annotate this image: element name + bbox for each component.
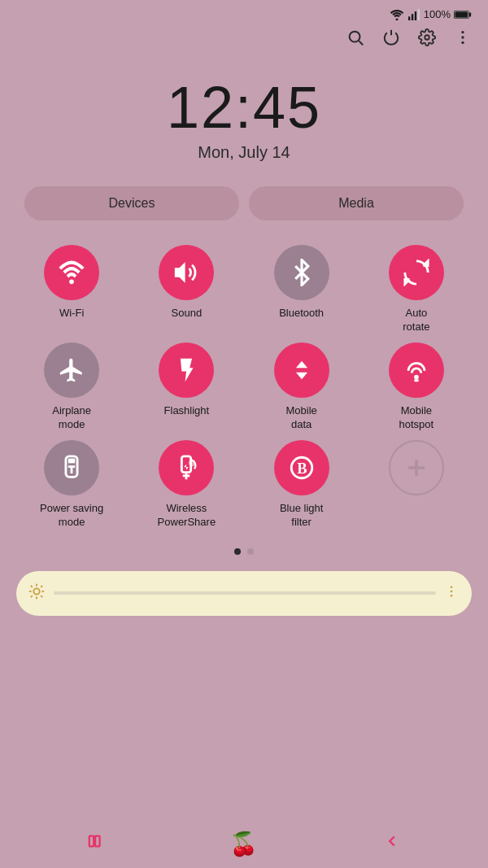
brightness-icon [28,582,46,604]
power-icon[interactable] [382,28,400,51]
signal-icon [407,9,420,20]
add-tile-button[interactable] [361,440,472,530]
bluetooth-icon [274,245,329,300]
svg-line-34 [41,595,42,597]
mobiledata-label: Mobiledata [285,404,316,432]
svg-rect-1 [408,16,410,20]
svg-point-10 [350,32,360,42]
autorotate-icon [389,245,444,300]
svg-rect-2 [412,14,413,20]
svg-text:B: B [297,460,307,477]
wifi-status-icon [390,9,404,20]
clock-date: Mon, July 14 [198,143,290,162]
autorotate-label: Autorotate [403,307,429,334]
svg-line-35 [31,595,33,597]
svg-point-14 [461,36,464,38]
media-tab[interactable]: Media [249,186,464,220]
wifi-toggle[interactable]: Wi-Fi [16,245,127,334]
quick-settings-grid: Wi-Fi Sound Bluetooth [0,237,488,541]
more-icon[interactable] [454,28,472,51]
svg-point-13 [461,31,464,33]
bluelight-icon: B [274,440,329,495]
svg-line-36 [41,585,42,587]
svg-rect-19 [414,379,419,382]
brightness-track[interactable] [54,591,436,595]
hotspot-toggle[interactable]: Mobilehotspot [361,342,472,432]
bluelight-toggle[interactable]: B Blue lightfilter [246,440,357,530]
home-button[interactable]: 🍒 [229,831,258,857]
hotspot-icon [389,342,444,398]
mobiledata-icon [274,342,329,398]
svg-point-16 [69,280,74,285]
battery-icon [454,10,472,20]
svg-rect-41 [95,836,100,847]
bluetooth-toggle[interactable]: Bluetooth [246,245,357,334]
recents-button[interactable] [87,832,105,855]
svg-rect-8 [455,11,468,18]
flashlight-label: Flashlight [164,404,210,418]
tab-row: Devices Media [0,186,488,237]
action-bar [0,24,488,59]
flashlight-icon [159,342,214,398]
bottom-nav: 🍒 [0,819,488,868]
airplane-label: Airplanemode [52,404,91,432]
page-dot-2 [247,548,254,555]
hotspot-label: Mobilehotspot [399,404,434,432]
brightness-bar[interactable] [16,571,472,616]
battery-text: 100% [424,8,451,20]
wireless-icon [159,440,214,495]
plus-icon [389,440,444,495]
wifi-label: Wi-Fi [59,307,84,321]
svg-point-18 [414,375,419,380]
svg-point-0 [395,18,398,20]
sound-icon [159,245,214,300]
svg-rect-21 [68,458,76,463]
wifi-icon [44,245,99,300]
clock-section: 12:45 Mon, July 14 [0,59,488,186]
wireless-toggle[interactable]: WirelessPowerShare [131,440,242,530]
sound-toggle[interactable]: Sound [131,245,242,334]
settings-icon[interactable] [418,28,436,51]
page-dots [0,542,488,567]
airplane-toggle[interactable]: Airplanemode [16,342,127,432]
powersaving-icon [44,440,99,495]
page-dot-1 [234,548,241,555]
status-bar: 100% [0,0,488,24]
svg-point-15 [461,41,464,44]
svg-marker-17 [175,262,185,283]
bluetooth-label: Bluetooth [279,307,324,321]
svg-line-11 [359,41,363,45]
svg-point-38 [451,590,453,592]
flashlight-toggle[interactable]: Flashlight [131,342,242,432]
wireless-label: WirelessPowerShare [158,502,216,530]
clock-time: 12:45 [167,76,321,140]
autorotate-toggle[interactable]: Autorotate [361,245,472,334]
brightness-fill [54,591,168,595]
svg-point-12 [425,35,429,40]
sound-label: Sound [172,307,203,321]
devices-tab[interactable]: Devices [24,186,239,220]
status-icons: 100% [390,8,472,20]
svg-point-39 [451,594,453,596]
airplane-icon [44,342,99,398]
svg-point-37 [451,586,453,588]
svg-rect-3 [415,11,416,20]
svg-line-33 [31,585,33,587]
back-button[interactable] [383,832,401,855]
svg-rect-4 [417,9,419,20]
powersaving-label: Power savingmode [40,502,103,530]
mobiledata-toggle[interactable]: Mobiledata [246,342,357,432]
search-icon[interactable] [346,28,364,51]
powersaving-toggle[interactable]: Power savingmode [16,440,127,530]
brightness-more-icon[interactable] [444,584,459,603]
svg-rect-40 [89,836,94,847]
svg-rect-9 [469,12,472,16]
svg-point-28 [33,588,39,594]
bluelight-label: Blue lightfilter [280,502,323,530]
